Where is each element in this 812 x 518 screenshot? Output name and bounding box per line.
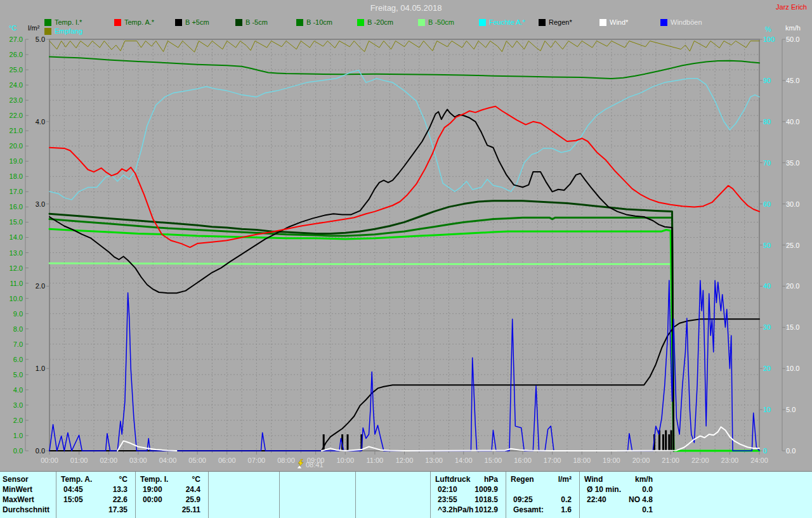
- tick-label-wind_kmh: 35.0: [786, 159, 799, 167]
- table-cell-value: 24.4: [138, 484, 200, 495]
- storm-marker-icon: [296, 459, 305, 469]
- axis-rain_lm2: 0.01.02.03.04.05.0: [36, 36, 49, 455]
- tick-label-humidity_pct: 20: [763, 365, 771, 372]
- tick-label-temp_c: 19.0: [10, 157, 23, 165]
- tick-label-rain_lm2: 3.0: [36, 200, 45, 208]
- tick-label-time: 00:00: [41, 456, 58, 464]
- table-row-label: MaxWert: [3, 495, 34, 505]
- tick-label-time: 04:00: [159, 456, 177, 464]
- table-column-separator: [208, 472, 209, 518]
- tick-label-rain_lm2: 4.0: [36, 118, 45, 126]
- weather-station-window: Freitag, 04.05.2018 Jarz Erich °C l/m² %…: [0, 0, 812, 518]
- table-cell-value: 13.3: [58, 484, 128, 495]
- tick-label-time: 21:00: [662, 456, 679, 464]
- tick-label-time: 01:00: [70, 456, 88, 464]
- tick-label-temp_c: 24.0: [10, 81, 23, 89]
- table-cell-value: 1009.9: [433, 484, 498, 495]
- tick-label-temp_c: 27.0: [10, 36, 23, 43]
- tick-label-wind_kmh: 10.0: [786, 365, 799, 372]
- table-sensor-unit: °C: [58, 474, 128, 484]
- tick-label-time: 22:00: [691, 456, 709, 464]
- table-cell-value: 25.9: [138, 495, 200, 505]
- tick-label-time: 03:00: [129, 456, 147, 464]
- tick-label-time: 14:00: [455, 456, 473, 464]
- tick-label-time: 15:00: [485, 456, 502, 464]
- tick-label-humidity_pct: 10: [763, 406, 771, 413]
- tick-label-temp_c: 7.0: [13, 340, 23, 348]
- table-cell-value: 1012.9: [433, 505, 498, 515]
- table-row-label: Sensor: [3, 474, 29, 484]
- tick-label-humidity_pct: 40: [763, 282, 771, 290]
- table-column-separator: [279, 472, 280, 518]
- tick-label-temp_c: 21.0: [10, 127, 23, 134]
- tick-label-humidity_pct: 80: [763, 118, 771, 126]
- tick-label-humidity_pct: 50: [763, 242, 771, 249]
- table-cell-value: NO 4.8: [582, 495, 653, 505]
- tick-label-temp_c: 18.0: [10, 172, 23, 180]
- table-row-label: MinWert: [3, 484, 32, 495]
- tick-label-wind_kmh: 0.0: [786, 447, 796, 455]
- tick-label-time: 16:00: [514, 456, 532, 464]
- series-regen: [49, 319, 759, 451]
- tick-label-time: 06:00: [218, 456, 236, 464]
- table-column-separator: [506, 472, 506, 518]
- tick-label-humidity_pct: 30: [763, 323, 771, 331]
- table-cell-value: 1.6: [508, 505, 572, 515]
- tick-label-temp_c: 25.0: [10, 66, 23, 74]
- tick-label-humidity_pct: 90: [763, 77, 771, 84]
- table-cell-value: 0.1: [582, 505, 653, 515]
- tick-label-temp_c: 16.0: [10, 203, 23, 210]
- table-cell-value: 0.0: [582, 484, 653, 495]
- tick-label-time: 11:00: [367, 456, 384, 464]
- tick-label-temp_c: 5.0: [13, 371, 23, 379]
- tick-label-temp_c: 15.0: [10, 218, 23, 226]
- tick-label-wind_kmh: 25.0: [786, 242, 799, 249]
- tick-label-wind_kmh: 15.0: [786, 323, 799, 331]
- tick-label-time: 18:00: [573, 456, 591, 464]
- table-sensor-unit: hPa: [433, 474, 498, 484]
- tick-label-temp_c: 6.0: [13, 356, 23, 363]
- table-column-separator: [56, 472, 56, 518]
- table-cell-value: 22.6: [58, 495, 128, 505]
- tick-label-time: 17:00: [544, 456, 561, 464]
- table-sensor-unit: km/h: [582, 474, 653, 484]
- table-cell-value: 0.2: [508, 495, 572, 505]
- weather-chart: 0.01.02.03.04.05.06.07.08.09.010.011.012…: [0, 0, 812, 472]
- table-row-label: Durchschnitt: [3, 505, 49, 515]
- tick-label-time: 10:00: [336, 456, 354, 464]
- tick-label-humidity_pct: 60: [763, 200, 771, 208]
- tick-label-temp_c: 12.0: [10, 264, 23, 272]
- tick-label-wind_kmh: 20.0: [786, 282, 799, 290]
- table-column-separator: [579, 472, 580, 518]
- tick-label-humidity_pct: 70: [763, 159, 771, 167]
- axis-time-marker-label: 08:41: [306, 461, 324, 469]
- tick-label-wind_kmh: 30.0: [786, 200, 799, 208]
- tick-label-temp_c: 2.0: [13, 417, 23, 424]
- tick-label-wind_kmh: 50.0: [786, 36, 799, 43]
- tick-label-temp_c: 8.0: [13, 325, 23, 333]
- table-column-separator: [355, 472, 356, 518]
- series-b_p5: [49, 110, 674, 451]
- tick-label-time: 20:00: [632, 456, 650, 464]
- tick-label-temp_c: 14.0: [10, 233, 23, 241]
- tick-label-temp_c: 17.0: [10, 188, 23, 195]
- tick-label-time: 24:00: [750, 456, 768, 464]
- tick-label-temp_c: 11.0: [10, 280, 23, 287]
- tick-label-temp_c: 13.0: [10, 249, 23, 257]
- tick-label-temp_c: 26.0: [10, 51, 23, 58]
- axis-temp_c: 0.01.02.03.04.05.06.07.08.09.010.011.012…: [10, 36, 29, 455]
- tick-label-wind_kmh: 40.0: [786, 118, 799, 126]
- tick-label-temp_c: 20.0: [10, 142, 23, 150]
- tick-label-time: 19:00: [603, 456, 620, 464]
- tick-label-temp_c: 4.0: [13, 386, 23, 394]
- tick-label-wind_kmh: 45.0: [786, 77, 799, 84]
- table-column-separator: [135, 472, 136, 518]
- tick-label-rain_lm2: 0.0: [36, 447, 45, 455]
- tick-label-rain_lm2: 1.0: [36, 365, 45, 372]
- tick-label-temp_c: 1.0: [13, 432, 23, 439]
- tick-label-wind_kmh: 5.0: [786, 406, 796, 413]
- plot-grid: [49, 39, 759, 451]
- table-sensor-unit: l/m²: [508, 474, 572, 484]
- tick-label-time: 13:00: [425, 456, 443, 464]
- tick-label-time: 23:00: [721, 456, 739, 464]
